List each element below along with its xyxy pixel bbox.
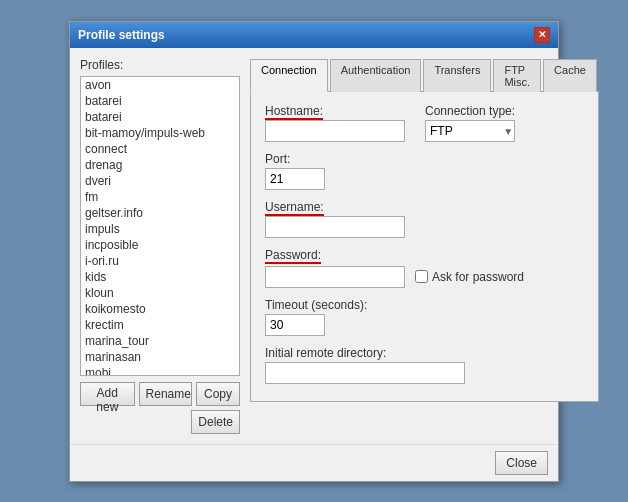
connection-type-group: Connection type: FTPSFTPFTPS ▼ [425,104,515,142]
port-group: Port: [265,152,584,190]
profiles-list: avonbatareibatareibit-mamoy/impuls-webco… [81,77,239,376]
ask-password-checkbox[interactable] [415,270,428,283]
ask-password-label: Ask for password [432,270,524,284]
ask-password-row: Ask for password [415,270,524,284]
tab-connection[interactable]: Connection [250,59,328,92]
list-item[interactable]: batarei [81,109,239,125]
profiles-label: Profiles: [80,58,240,72]
password-group: Password: Ask for password [265,248,584,288]
username-label: Username: [265,200,584,214]
list-item[interactable]: marina_tour [81,333,239,349]
port-input[interactable] [265,168,325,190]
list-item[interactable]: kloun [81,285,239,301]
delete-button[interactable]: Delete [191,410,240,434]
list-item[interactable]: koikomesto [81,301,239,317]
list-item[interactable]: incposible [81,237,239,253]
rename-button[interactable]: Rename [139,382,192,406]
profile-settings-dialog: Profile settings ✕ Profiles: avonbatarei… [69,21,559,482]
timeout-group: Timeout (seconds): [265,298,584,336]
add-new-button[interactable]: Add new [80,382,135,406]
settings-panel: ConnectionAuthenticationTransfersFTP Mis… [250,58,599,434]
list-item[interactable]: kids [81,269,239,285]
initial-dir-input[interactable] [265,362,465,384]
close-button[interactable]: Close [495,451,548,475]
hostname-connection-row: Hostname: Connection type: FTPSFTPFTPS ▼ [265,104,584,152]
password-row: Ask for password [265,266,584,288]
dialog-title: Profile settings [78,28,165,42]
dialog-footer: Close [70,444,558,481]
close-window-button[interactable]: ✕ [534,27,550,43]
connection-type-select-wrapper: FTPSFTPFTPS ▼ [425,120,515,142]
hostname-label: Hostname: [265,104,405,118]
list-item[interactable]: mobi [81,365,239,376]
password-input[interactable] [265,266,405,288]
hostname-input[interactable] [265,120,405,142]
dialog-body: Profiles: avonbatareibatareibit-mamoy/im… [70,48,558,444]
initial-dir-label: Initial remote directory: [265,346,584,360]
profile-action-buttons: Add new Rename Copy Delete [80,382,240,434]
list-item[interactable]: batarei [81,93,239,109]
list-item[interactable]: avon [81,77,239,93]
tab-cache[interactable]: Cache [543,59,597,92]
list-item[interactable]: connect [81,141,239,157]
connection-type-label: Connection type: [425,104,515,118]
tab-content-connection: Hostname: Connection type: FTPSFTPFTPS ▼ [250,92,599,402]
hostname-group: Hostname: [265,104,405,142]
title-bar: Profile settings ✕ [70,22,558,48]
username-group: Username: [265,200,584,238]
profiles-panel: Profiles: avonbatareibatareibit-mamoy/im… [80,58,240,434]
list-item[interactable]: krectim [81,317,239,333]
list-item[interactable]: fm [81,189,239,205]
password-label: Password: [265,248,584,262]
list-item[interactable]: i-ori.ru [81,253,239,269]
list-item[interactable]: dveri [81,173,239,189]
list-item[interactable]: geltser.info [81,205,239,221]
list-item[interactable]: marinasan [81,349,239,365]
connection-type-select[interactable]: FTPSFTPFTPS [425,120,515,142]
tabs-bar: ConnectionAuthenticationTransfersFTP Mis… [250,58,599,92]
tab-transfers[interactable]: Transfers [423,59,491,92]
profiles-list-container[interactable]: avonbatareibatareibit-mamoy/impuls-webco… [80,76,240,376]
list-item[interactable]: bit-mamoy/impuls-web [81,125,239,141]
username-input[interactable] [265,216,405,238]
timeout-label: Timeout (seconds): [265,298,584,312]
timeout-input[interactable] [265,314,325,336]
list-item[interactable]: impuls [81,221,239,237]
list-item[interactable]: drenag [81,157,239,173]
copy-button[interactable]: Copy [196,382,240,406]
tab-ftp_misc[interactable]: FTP Misc. [493,59,541,92]
initial-dir-group: Initial remote directory: [265,346,584,384]
tab-authentication[interactable]: Authentication [330,59,422,92]
port-label: Port: [265,152,584,166]
